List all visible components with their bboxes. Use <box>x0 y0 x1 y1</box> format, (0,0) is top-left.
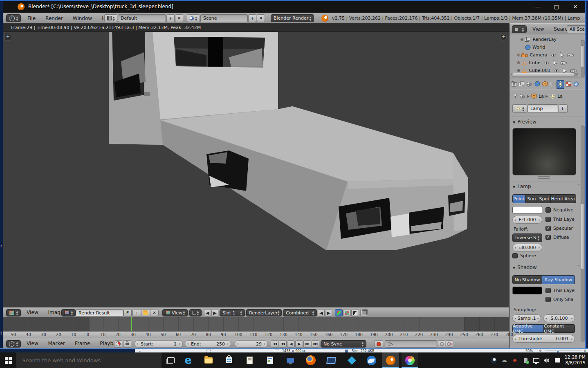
open-image-button[interactable] <box>141 309 150 316</box>
lamp-icon[interactable] <box>550 93 556 99</box>
outliner-hscroll-thumb[interactable] <box>512 73 575 76</box>
delete-keyframe-button[interactable]: ✕ <box>446 340 453 348</box>
image-fake-user-button[interactable]: F <box>123 309 132 316</box>
onedrive-icon[interactable]: ☁ <box>499 352 509 368</box>
falloff-dropdown[interactable]: Inverse S...▲▼ <box>512 233 542 242</box>
start-frame-field[interactable]: ◂Start:1▸ <box>135 340 183 348</box>
menu-file[interactable]: File <box>22 13 40 23</box>
region-add-button[interactable]: + <box>4 34 11 40</box>
image-name-field[interactable]: Render Result <box>76 309 123 316</box>
expand-icon[interactable]: ⊕ <box>517 68 520 73</box>
expand-icon[interactable]: ⊕ <box>517 61 520 65</box>
next-slot-button[interactable]: ▶ <box>211 309 218 316</box>
store-button[interactable] <box>221 352 237 368</box>
render-visibility-icon[interactable] <box>561 61 567 65</box>
outliner-menu-view[interactable]: View <box>527 24 549 34</box>
outliner-item-camera[interactable]: ⊕Camera <box>517 51 574 59</box>
properties-vscroll-track[interactable] <box>581 126 585 342</box>
samples-slider[interactable]: ◂Sampl:1▸ <box>512 314 541 322</box>
maximize-button[interactable]: □ <box>547 1 566 13</box>
edge-button[interactable]: e <box>180 352 196 368</box>
outliner-item-world[interactable]: World <box>525 43 545 51</box>
visibility-icon[interactable] <box>551 53 557 57</box>
keying-set-field[interactable] <box>385 340 437 348</box>
outliner-vscroll-track[interactable] <box>581 40 585 77</box>
lamp-panel-header[interactable]: ▼Lamp <box>513 184 531 189</box>
search-input[interactable] <box>21 357 157 364</box>
taskbar-clock[interactable]: 12:28 PM 8/8/2015 <box>565 352 586 368</box>
timeline-ruler[interactable]: -50-40-30-20-100102030405060708090100110… <box>3 331 509 339</box>
unlink-image-button[interactable]: ✕ <box>150 309 159 316</box>
render-visibility-icon[interactable] <box>570 69 577 73</box>
record-button[interactable] <box>374 340 383 348</box>
properties-tab-lamp[interactable] <box>557 80 564 89</box>
shadow-mode-ray-shadow[interactable]: Ray Shadow <box>542 275 575 284</box>
lamp-type-point[interactable]: Point <box>512 194 525 203</box>
prev-pass-button[interactable]: ◀ <box>318 309 325 316</box>
zoom-slider-track[interactable] <box>545 350 582 351</box>
current-frame-field[interactable]: ◂29▸ <box>235 340 268 348</box>
properties-tab-scene[interactable] <box>525 80 533 89</box>
preview-panel-header[interactable]: ▼Preview <box>513 119 536 125</box>
properties-tab-world[interactable] <box>533 80 541 89</box>
outliner-hscroll-track[interactable] <box>511 73 578 76</box>
next-keyframe-button[interactable]: ▶▶ <box>303 340 311 348</box>
editor-type-selector[interactable]: i ▲▼ <box>6 14 21 22</box>
visibility-icon[interactable] <box>554 69 559 73</box>
outliner-item-renderlay[interactable]: ⊕RenderLay <box>520 36 557 43</box>
shadow-this-layer-checkbox[interactable]: This Laye <box>545 288 575 293</box>
selectability-icon[interactable] <box>553 60 557 65</box>
documents-button[interactable] <box>241 352 258 368</box>
insert-keyframe-button[interactable] <box>438 340 445 348</box>
end-frame-field[interactable]: ◂End:250▸ <box>185 340 231 348</box>
delete-scene-button[interactable]: ✕ <box>257 14 265 22</box>
slot-dropdown[interactable]: Slot 1▲▼ <box>220 309 245 316</box>
start-button[interactable] <box>0 352 16 368</box>
minimize-button[interactable]: — <box>528 1 547 13</box>
close-button[interactable]: ✕ <box>566 1 585 13</box>
panel-grip[interactable]: ∷∷ <box>576 119 581 123</box>
paint-button[interactable] <box>402 352 418 368</box>
new-image-button[interactable]: + <box>132 309 141 316</box>
outliner-item-cube[interactable]: ⊕Cube <box>517 59 567 67</box>
diffuse-checkbox[interactable]: ✓Diffuse <box>545 235 569 240</box>
thunderbird-button[interactable] <box>363 352 379 368</box>
this-layer-only-checkbox[interactable]: This Laye <box>545 217 575 222</box>
only-shadow-checkbox[interactable]: Only Sha <box>545 297 573 302</box>
lamp-name-field[interactable]: Lamp <box>527 104 558 113</box>
image-datablock-selector[interactable]: ▲▼ <box>61 309 76 316</box>
network-icon[interactable] <box>531 352 541 368</box>
properties-tab-render-layers[interactable] <box>518 80 525 89</box>
render-visibility-icon[interactable] <box>568 53 574 57</box>
pivot-dropdown[interactable]: ▲▼ <box>189 309 202 316</box>
distance-slider[interactable]: ◂:30.000▸ <box>512 244 542 251</box>
draw-alpha-button[interactable] <box>351 309 359 316</box>
zoom-in-icon[interactable]: ⊕ <box>584 349 586 352</box>
pin-icon[interactable] <box>513 93 518 99</box>
energy-slider[interactable]: ◂E:1.000▸ <box>512 216 542 224</box>
jump-to-end-button[interactable]: ▶▶| <box>312 340 319 348</box>
outliner-filter-dropdown[interactable]: All Scen <box>567 25 585 33</box>
prev-keyframe-button[interactable]: ◀◀ <box>279 340 287 348</box>
render-layer-dropdown[interactable]: RenderLayer▲▼ <box>246 309 282 316</box>
panel-grip[interactable]: ∷∷ <box>576 265 581 268</box>
properties-tab-physics[interactable] <box>572 80 580 89</box>
scene-name-field[interactable]: Scene <box>200 14 248 22</box>
jump-to-start-button[interactable]: |◀◀ <box>271 340 278 348</box>
qmc-adaptive-qmc[interactable]: Adaptive QMC <box>512 324 544 333</box>
expand-icon[interactable]: ⊕ <box>517 53 520 57</box>
playback-range-button[interactable] <box>114 340 122 348</box>
task-view-button[interactable] <box>163 352 179 368</box>
volume-icon[interactable] <box>541 352 552 368</box>
menu-window[interactable]: Window <box>68 13 97 23</box>
qmc-constant-qmc[interactable]: Constant QMC <box>544 324 575 333</box>
taskbar-search[interactable] <box>16 352 162 368</box>
visibility-icon[interactable] <box>544 61 550 65</box>
firefox-button[interactable] <box>303 352 319 368</box>
steam-icon[interactable] <box>488 352 499 368</box>
soft-size-slider[interactable]: ◂S:0.100▸ <box>543 314 575 322</box>
view-mode-dropdown[interactable]: View▲▼ <box>162 309 188 316</box>
properties-tab-render[interactable] <box>510 80 518 89</box>
play-button[interactable]: ▶ <box>295 340 303 348</box>
command-window-button[interactable] <box>323 352 339 368</box>
